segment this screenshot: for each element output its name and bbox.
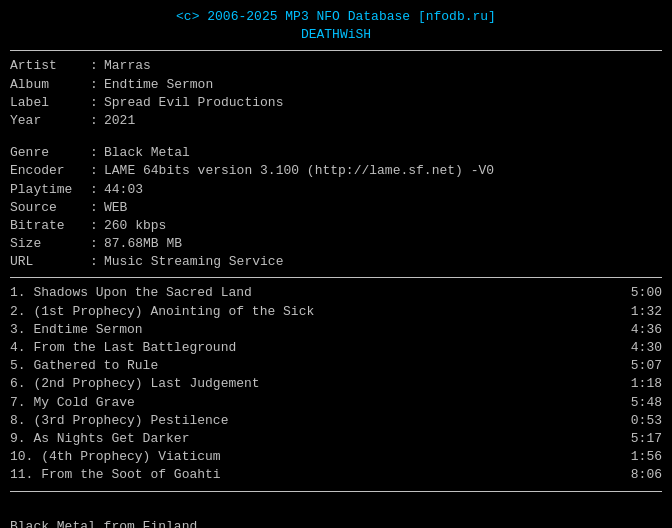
genre-value: Black Metal [104,144,190,162]
playtime-value: 44:03 [104,181,143,199]
header-line2: DEATHWiSH [10,26,662,44]
url-row: URL : Music Streaming Service [10,253,662,271]
header-block: <c> 2006-2025 MP3 NFO Database [nfodb.ru… [10,8,662,44]
encoder-row: Encoder : LAME 64bits version 3.100 (htt… [10,162,662,180]
size-row: Size : 87.68MB MB [10,235,662,253]
notes-block: Black Metal from Finland. https://www.me… [10,518,662,529]
artist-label: Artist [10,57,90,75]
source-label: Source [10,199,90,217]
bitrate-label: Bitrate [10,217,90,235]
label-label: Label [10,94,90,112]
bitrate-row: Bitrate : 260 kbps [10,217,662,235]
track-row: 6. (2nd Prophecy) Last Judgement1:18 [10,375,662,393]
encoder-value: LAME 64bits version 3.100 (http://lame.s… [104,162,494,180]
album-value: Endtime Sermon [104,76,213,94]
playtime-row: Playtime : 44:03 [10,181,662,199]
track-time: 0:53 [631,412,662,430]
size-label: Size [10,235,90,253]
genre-label: Genre [10,144,90,162]
source-row: Source : WEB [10,199,662,217]
year-value: 2021 [104,112,135,130]
track-title: 3. Endtime Sermon [10,321,143,339]
divider-top [10,50,662,51]
size-value: 87.68MB MB [104,235,182,253]
track-title: 11. From the Soot of Goahti [10,466,221,484]
year-label: Year [10,112,90,130]
year-row: Year : 2021 [10,112,662,130]
tracklist: 1. Shadows Upon the Sacred Land5:002. (1… [10,284,662,484]
track-row: 4. From the Last Battleground4:30 [10,339,662,357]
divider-mid2 [10,491,662,492]
track-title: 2. (1st Prophecy) Anointing of the Sick [10,303,314,321]
info-block: Artist : Marras Album : Endtime Sermon L… [10,57,662,271]
bitrate-value: 260 kbps [104,217,166,235]
track-time: 1:18 [631,375,662,393]
label-row: Label : Spread Evil Productions [10,94,662,112]
track-time: 4:30 [631,339,662,357]
track-time: 1:32 [631,303,662,321]
track-title: 6. (2nd Prophecy) Last Judgement [10,375,260,393]
track-row: 2. (1st Prophecy) Anointing of the Sick1… [10,303,662,321]
track-row: 5. Gathered to Rule5:07 [10,357,662,375]
track-time: 4:36 [631,321,662,339]
track-title: 9. As Nights Get Darker [10,430,189,448]
album-label: Album [10,76,90,94]
track-title: 1. Shadows Upon the Sacred Land [10,284,252,302]
track-row: 3. Endtime Sermon4:36 [10,321,662,339]
artist-row: Artist : Marras [10,57,662,75]
track-row: 10. (4th Prophecy) Viaticum1:56 [10,448,662,466]
track-row: 11. From the Soot of Goahti8:06 [10,466,662,484]
divider-mid1 [10,277,662,278]
artist-value: Marras [104,57,151,75]
track-time: 5:07 [631,357,662,375]
track-time: 5:48 [631,394,662,412]
track-time: 8:06 [631,466,662,484]
track-time: 1:56 [631,448,662,466]
track-title: 4. From the Last Battleground [10,339,236,357]
track-title: 5. Gathered to Rule [10,357,158,375]
album-row: Album : Endtime Sermon [10,76,662,94]
track-title: 8. (3rd Prophecy) Pestilence [10,412,228,430]
source-value: WEB [104,199,127,217]
track-title: 10. (4th Prophecy) Viaticum [10,448,221,466]
track-title: 7. My Cold Grave [10,394,135,412]
track-time: 5:17 [631,430,662,448]
playtime-label: Playtime [10,181,90,199]
label-value: Spread Evil Productions [104,94,283,112]
genre-row: Genre : Black Metal [10,144,662,162]
track-row: 7. My Cold Grave5:48 [10,394,662,412]
url-value: Music Streaming Service [104,253,283,271]
track-time: 5:00 [631,284,662,302]
track-row: 8. (3rd Prophecy) Pestilence0:53 [10,412,662,430]
track-row: 9. As Nights Get Darker5:17 [10,430,662,448]
header-line1: <c> 2006-2025 MP3 NFO Database [nfodb.ru… [10,8,662,26]
track-row: 1. Shadows Upon the Sacred Land5:00 [10,284,662,302]
url-label: URL [10,253,90,271]
encoder-label: Encoder [10,162,90,180]
notes-line1: Black Metal from Finland. [10,518,662,529]
